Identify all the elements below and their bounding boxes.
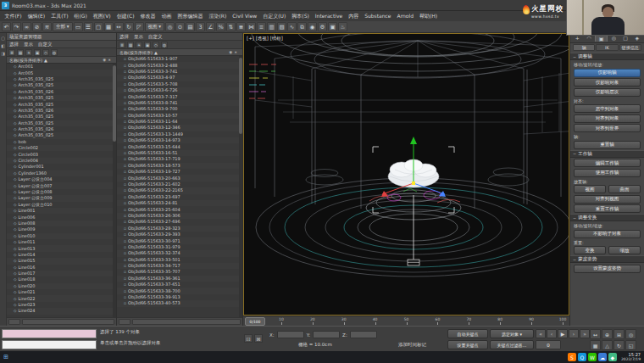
- list-item[interactable]: ◇Layer:公设台004: [7, 176, 116, 182]
- list-item[interactable]: ▫Obj3d66-515633-19-727: [117, 169, 242, 175]
- display-geometry-icon[interactable]: ≣: [8, 49, 15, 56]
- list-item[interactable]: ◇Arch35_035_025: [7, 114, 116, 120]
- maxscript-recorder-field[interactable]: [2, 329, 97, 338]
- key-filters-button[interactable]: 关键点过滤器...: [490, 340, 534, 349]
- explorer-menu-0[interactable]: 选择: [119, 33, 129, 40]
- taskbar-clock[interactable]: 15:27 2022/7/19: [621, 352, 641, 361]
- rollout-header-1[interactable]: −工作轴: [570, 150, 644, 158]
- next-frame-button[interactable]: ›: [569, 329, 579, 338]
- add-time-tag[interactable]: 添加时间标记: [398, 342, 426, 348]
- list-item[interactable]: ◇Arch35_035_025: [7, 82, 116, 88]
- list-item[interactable]: ◇Arch35_035_025: [7, 76, 116, 82]
- frozen-column-icon[interactable]: ∗: [234, 50, 237, 54]
- panel-button[interactable]: 曲面: [608, 185, 641, 193]
- go-to-end-button[interactable]: »: [580, 329, 590, 338]
- list-item[interactable]: ▫Obj3d66-515633-20-663: [117, 175, 242, 181]
- list-item[interactable]: ▫Obj3d66-515633-27-696: [117, 219, 242, 225]
- visibility-column-icon[interactable]: ◉: [229, 50, 232, 54]
- scrollbar-thumb[interactable]: [239, 58, 242, 134]
- explorer-menu-1[interactable]: 显示: [24, 41, 33, 47]
- panel-button[interactable]: 重置轴: [574, 141, 641, 149]
- list-item[interactable]: ◇Line022: [7, 295, 116, 301]
- panel-button[interactable]: 编辑工作轴: [574, 159, 641, 167]
- viewport-layout-a-icon[interactable]: ▢: [1, 36, 5, 41]
- display-helpers-icon[interactable]: ◇: [153, 42, 159, 48]
- y-coordinate-input[interactable]: [313, 331, 340, 338]
- curve-editor-icon[interactable]: ∿: [287, 22, 297, 31]
- panel-button[interactable]: 居中到对象: [574, 104, 641, 113]
- material-editor-icon[interactable]: ◉: [308, 22, 317, 31]
- menu-item-6[interactable]: 修改器: [137, 11, 158, 21]
- z-coordinate-input[interactable]: [350, 331, 377, 338]
- footer-button[interactable]: [8, 319, 20, 325]
- selection-filter-dropdown[interactable]: 全部 ▾: [53, 22, 73, 31]
- list-item[interactable]: ▫Obj3d66-515633-15-644: [117, 143, 242, 149]
- menu-item-4[interactable]: 视图(V): [90, 11, 114, 21]
- list-item[interactable]: ▫Obj3d66-515633-35-707: [117, 269, 242, 275]
- previous-frame-button[interactable]: ‹: [547, 329, 557, 338]
- list-item[interactable]: ◇Layer:公设台010: [7, 202, 116, 208]
- list-item[interactable]: ◇Circle003: [7, 151, 116, 157]
- select-and-scale-icon[interactable]: ◸: [135, 22, 144, 31]
- rollout-header-3[interactable]: −蒙皮姿势: [570, 255, 644, 263]
- pan-view-icon[interactable]: ↔: [590, 329, 601, 339]
- list-item[interactable]: ◇Line021: [7, 289, 116, 295]
- list-item[interactable]: ▫Obj3d66-515633-22-2165: [117, 187, 242, 193]
- window-crossing-icon[interactable]: ▦: [104, 22, 114, 31]
- rendered-frame-window-icon[interactable]: ▣: [328, 22, 337, 31]
- render-setup-icon[interactable]: ⚙: [318, 22, 327, 31]
- scrollbar-thumb[interactable]: [113, 65, 116, 142]
- select-object-icon[interactable]: ▭: [74, 22, 83, 31]
- panel-button[interactable]: 使用工作轴: [574, 169, 641, 177]
- panel-button[interactable]: 不影响子对象: [574, 230, 641, 238]
- subtab-2[interactable]: 链接信息: [619, 44, 641, 51]
- use-pivot-point-center-icon[interactable]: ◎: [165, 22, 175, 31]
- viewport-label[interactable]: [+] [透视] [线框]: [247, 36, 283, 42]
- unlink-selection-icon[interactable]: ⊘: [32, 22, 42, 31]
- scrollbar[interactable]: [113, 64, 116, 317]
- list-item[interactable]: ▫Obj3d66-515633-33-501: [117, 257, 242, 263]
- field-of-view-icon[interactable]: △: [602, 340, 613, 350]
- list-item[interactable]: ▫Obj3d66-515633-18-573: [117, 163, 242, 169]
- panel-button[interactable]: 对齐到对象: [574, 114, 641, 123]
- list-item[interactable]: ◇Arc001: [7, 64, 116, 70]
- list-item[interactable]: ▫Obj3d66-515633-37-651: [117, 282, 242, 288]
- list-item[interactable]: ◇Circle002: [7, 145, 116, 151]
- qq-tray-icon[interactable]: Q: [578, 353, 586, 361]
- panel-button[interactable]: 视图: [574, 185, 606, 193]
- menu-item-5[interactable]: 创建(C): [114, 11, 137, 21]
- menu-item-12[interactable]: 脚本(S): [289, 11, 313, 21]
- selection-set-dropdown[interactable]: 选定对象 ▾: [490, 329, 534, 338]
- keyboard-shortcut-override-icon[interactable]: ▤: [186, 22, 195, 31]
- display-lights-icon[interactable]: ☀: [25, 49, 32, 56]
- list-item[interactable]: ◇Line015: [7, 258, 116, 264]
- select-and-link-icon[interactable]: ∞: [22, 22, 31, 31]
- select-and-move-icon[interactable]: ↔: [114, 22, 124, 31]
- display-cameras-icon[interactable]: ▣: [144, 42, 151, 48]
- list-item[interactable]: ◇Line017: [7, 271, 116, 276]
- list-item[interactable]: ◇Line009: [7, 226, 116, 232]
- selection-lock-toggle-icon[interactable]: ⊠: [254, 334, 263, 343]
- list-item[interactable]: ▫Obj3d66-515633-17-719: [117, 156, 242, 162]
- edit-named-selection-sets-icon[interactable]: ≣: [236, 22, 246, 31]
- display-lights-icon[interactable]: ☀: [136, 42, 142, 48]
- list-item[interactable]: ◇Arch35_035_026: [7, 89, 116, 95]
- spinner-snap-icon[interactable]: ⇅: [226, 22, 236, 31]
- list-item[interactable]: ▫Obj3d66-515633-34-717: [117, 263, 242, 269]
- list-item[interactable]: ▫Obj3d66-515633-25-604: [117, 206, 242, 212]
- display-cameras-icon[interactable]: ▣: [34, 49, 41, 56]
- x-coordinate-input[interactable]: [277, 331, 304, 338]
- toggle-layer-explorer-icon[interactable]: ▧: [277, 22, 286, 31]
- menu-item-17[interactable]: 帮助(H): [416, 11, 440, 21]
- list-item[interactable]: ▫Obj3d66-515633-6-726: [117, 87, 242, 93]
- go-to-start-button[interactable]: «: [536, 329, 546, 338]
- menu-item-11[interactable]: 自定义(U): [260, 11, 289, 21]
- list-item[interactable]: ▫Obj3d66-515633-5-708: [117, 81, 242, 87]
- time-slider-handle[interactable]: 0/100: [245, 317, 265, 326]
- panel-button[interactable]: 仅影响轴: [574, 69, 641, 77]
- list-item[interactable]: ◇Line016: [7, 265, 116, 271]
- time-slider[interactable]: 0/100 0102030405060708090100: [243, 316, 569, 326]
- shield-tray-icon[interactable]: ◆: [608, 353, 617, 361]
- panel-button[interactable]: 仅影响层次: [574, 88, 641, 97]
- zoom-all-icon[interactable]: ▦: [590, 340, 601, 350]
